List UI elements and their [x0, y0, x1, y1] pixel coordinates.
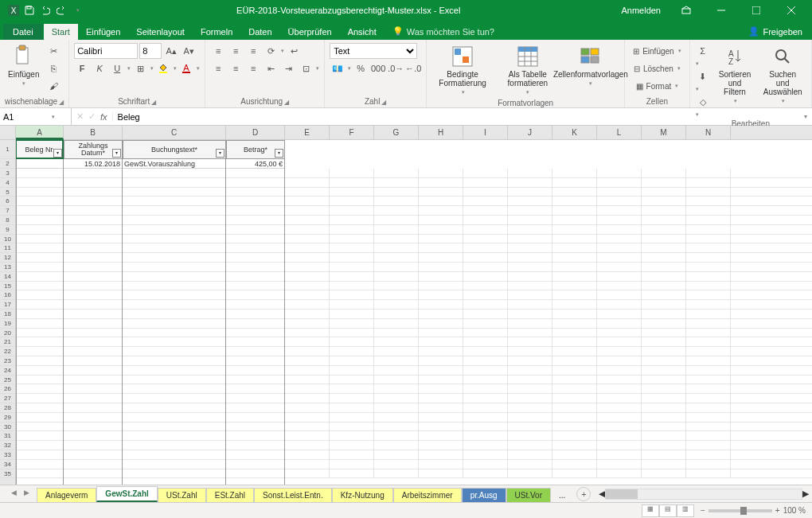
column-header[interactable]: E [285, 126, 330, 139]
cell-styles-button[interactable]: Zellenformatvorlagen▾ [562, 43, 619, 88]
cancel-icon[interactable]: ✕ [76, 111, 84, 122]
close-icon[interactable] [774, 0, 809, 21]
cut-icon[interactable]: ✂ [45, 43, 61, 59]
tab-insert[interactable]: Einfügen [78, 24, 128, 40]
conditional-formatting-button[interactable]: Bedingte Formatierung▾ [431, 43, 494, 97]
column-header[interactable]: J [508, 126, 552, 139]
increase-decimal-icon[interactable]: .0→ [388, 60, 404, 76]
sort-filter-button[interactable]: AZSortieren und Filtern▾ [714, 43, 756, 106]
share-button[interactable]: 👤Freigeben [739, 23, 812, 40]
row-header[interactable]: 22 [0, 347, 15, 356]
column-header[interactable]: L [597, 126, 642, 139]
dialog-launcher-icon[interactable]: ◢ [59, 99, 64, 106]
undo-icon[interactable] [40, 5, 51, 16]
column-header[interactable]: N [686, 126, 731, 139]
italic-button[interactable]: K [92, 60, 107, 76]
increase-indent-icon[interactable]: ⇥ [280, 60, 296, 76]
row-header[interactable]: 13 [0, 263, 15, 272]
percent-icon[interactable]: % [353, 60, 369, 76]
clear-icon[interactable]: ◇ [695, 94, 711, 110]
maximize-icon[interactable] [739, 0, 774, 21]
row-header[interactable]: 26 [0, 384, 15, 394]
save-icon[interactable] [24, 5, 35, 16]
tab-nav-prev-icon[interactable]: ◀ [8, 489, 19, 500]
scrollbar-thumb[interactable] [606, 489, 638, 499]
filter-dropdown-icon[interactable]: ▾ [275, 149, 283, 158]
row-header[interactable]: 11 [0, 243, 15, 253]
redo-icon[interactable] [56, 5, 67, 16]
wrap-text-icon[interactable]: ↩ [286, 43, 302, 59]
sheet-tab[interactable]: ESt.Zahl [206, 488, 254, 502]
tab-nav-next-icon[interactable]: ▶ [21, 489, 32, 500]
column-header[interactable]: B [64, 126, 123, 139]
page-layout-view-icon[interactable]: ▤ [659, 504, 677, 517]
border-icon[interactable]: ⊞ [132, 60, 148, 76]
font-size-input[interactable] [139, 43, 162, 59]
row-header[interactable]: 7 [0, 206, 15, 216]
row-header[interactable]: 1 [0, 140, 15, 159]
merge-icon[interactable]: ⊡ [298, 60, 314, 76]
number-format-select[interactable]: Text [330, 43, 417, 59]
column-header[interactable]: C [123, 126, 226, 139]
copy-icon[interactable]: ⎘ [45, 60, 61, 76]
minimize-icon[interactable] [704, 0, 739, 21]
orientation-icon[interactable]: ⟳ [263, 43, 279, 59]
font-color-icon[interactable]: A [178, 60, 194, 76]
row-header[interactable]: 12 [0, 253, 15, 263]
font-name-input[interactable] [74, 43, 138, 59]
tab-review[interactable]: Überprüfen [280, 24, 340, 40]
cells-area[interactable]: Beleg Nr.▾Zahlungs Datum*▾Buchungstext*▾… [16, 140, 812, 169]
row-header[interactable]: 35 [0, 469, 15, 479]
row-header[interactable]: 28 [0, 403, 15, 413]
row-header[interactable]: 17 [0, 300, 15, 310]
table-header-cell[interactable]: Buchungstext*▾ [123, 140, 226, 159]
autosum-icon[interactable]: Σ [695, 43, 711, 59]
increase-font-icon[interactable]: A▴ [163, 43, 179, 59]
align-middle-icon[interactable]: ≡ [228, 43, 244, 59]
underline-button[interactable]: U [109, 60, 125, 76]
table-header-cell[interactable]: Betrag*▾ [226, 140, 285, 159]
select-all-button[interactable] [0, 126, 15, 140]
tell-me[interactable]: 💡Was möchten Sie tun? [385, 23, 502, 40]
row-header[interactable]: 31 [0, 431, 15, 441]
normal-view-icon[interactable]: ▦ [642, 504, 659, 517]
filter-dropdown-icon[interactable]: ▾ [112, 149, 121, 158]
dialog-launcher-icon[interactable]: ◢ [381, 99, 386, 106]
sheet-tab[interactable]: Kfz-Nutzung [332, 488, 393, 502]
dialog-launcher-icon[interactable]: ◢ [284, 99, 289, 106]
comma-icon[interactable]: 000 [370, 60, 386, 76]
align-center-icon[interactable]: ≡ [228, 60, 244, 76]
column-header[interactable]: I [463, 126, 508, 139]
sheet-tab[interactable]: USt.Zahl [158, 488, 206, 502]
scroll-right-icon[interactable]: ▶ [802, 489, 809, 499]
namebox-dropdown-icon[interactable]: ▾ [52, 114, 55, 120]
signin-link[interactable]: Anmelden [613, 6, 669, 15]
scroll-left-icon[interactable]: ◀ [599, 489, 605, 499]
sheet-tab[interactable]: pr.Ausg [462, 488, 506, 502]
column-header[interactable]: A [16, 126, 64, 139]
page-break-view-icon[interactable]: ▥ [677, 504, 694, 517]
name-box[interactable]: ▾ [0, 108, 72, 125]
column-header[interactable]: G [374, 126, 419, 139]
bold-button[interactable]: F [74, 60, 90, 76]
currency-icon[interactable]: 💶 [330, 60, 345, 76]
filter-dropdown-icon[interactable]: ▾ [216, 149, 224, 158]
row-header[interactable]: 8 [0, 216, 15, 225]
row-header[interactable]: 2 [0, 159, 15, 169]
row-header[interactable]: 27 [0, 394, 15, 403]
row-header[interactable]: 3 [0, 169, 15, 178]
sheet-tab[interactable]: Arbeitszimmer [393, 488, 462, 502]
row-header[interactable]: 21 [0, 337, 15, 347]
dialog-launcher-icon[interactable]: ◢ [151, 99, 156, 106]
row-header[interactable]: 14 [0, 272, 15, 282]
horizontal-scrollbar[interactable]: ◀ ▶ [599, 489, 809, 500]
align-top-icon[interactable]: ≡ [210, 43, 226, 59]
table-header-cell[interactable]: Zahlungs Datum*▾ [64, 140, 123, 159]
format-as-table-button[interactable]: Als Tabelle formatieren▾ [497, 43, 559, 97]
row-header[interactable]: 32 [0, 441, 15, 450]
data-cell[interactable]: 425,00 € [226, 159, 285, 169]
align-right-icon[interactable]: ≡ [245, 60, 261, 76]
file-tab[interactable]: Datei [3, 24, 43, 40]
format-cells-button[interactable]: ▦Format▾ [630, 78, 684, 94]
sheet-tab[interactable]: Anlageverm [37, 488, 96, 502]
